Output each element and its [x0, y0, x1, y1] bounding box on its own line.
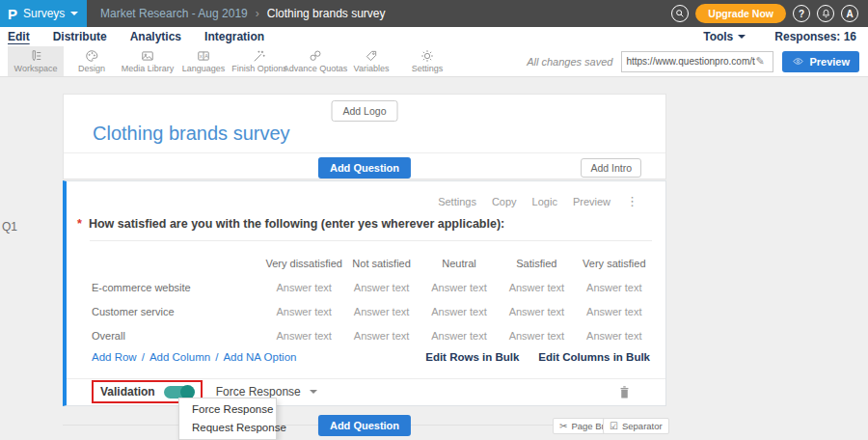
tab-analytics[interactable]: Analytics [130, 30, 181, 43]
breadcrumb-survey-name: Clothing brands survey [267, 7, 386, 20]
matrix-row-label[interactable]: Overall [92, 323, 265, 347]
add-na-option-link[interactable]: Add NA Option [223, 351, 296, 363]
edit-columns-bulk-link[interactable]: Edit Columns in Bulk [538, 351, 650, 363]
matrix-column-header[interactable]: Very dissatisfied [265, 251, 342, 275]
preview-label: Preview [809, 56, 850, 68]
matrix-answer-cell[interactable]: Answer text [576, 275, 653, 299]
topbar-actions: Upgrade Now ? A [671, 4, 868, 23]
separator-button[interactable]: ☑ Separator [603, 418, 669, 434]
matrix-column-header[interactable]: Not satisfied [342, 251, 420, 275]
validation-row: Validation Force Response [67, 378, 665, 405]
toolbar-item-label: Design [78, 64, 105, 73]
add-logo-button[interactable]: Add Logo [332, 100, 398, 122]
separator-label: Separator [622, 421, 663, 431]
matrix-row-label[interactable]: Customer service [92, 299, 265, 323]
tab-integration[interactable]: Integration [204, 30, 264, 43]
add-question-button-top[interactable]: Add Question [318, 157, 411, 179]
edit-url-icon[interactable]: ✎ [755, 55, 764, 68]
surveys-menu[interactable]: P Surveys [0, 0, 87, 27]
topbar: P Surveys Market Research - Aug 2019 › C… [0, 0, 868, 27]
chevron-down-icon [310, 390, 317, 394]
breadcrumb-folder[interactable]: Market Research - Aug 2019 [100, 7, 248, 20]
toolbar-item-media-library[interactable]: Media Library [120, 46, 176, 76]
matrix-answer-cell[interactable]: Answer text [265, 275, 342, 299]
question-copy-link[interactable]: Copy [492, 196, 517, 207]
matrix-answer-cell[interactable]: Answer text [342, 275, 420, 299]
advance-quotas-icon [309, 49, 322, 63]
question-text[interactable]: How satisfied are you with the following… [89, 217, 504, 231]
svg-text:A: A [204, 53, 208, 59]
questionpro-logo-icon: P [8, 6, 17, 22]
survey-card-footer: Add Question Add Intro [64, 152, 665, 179]
link-separator: / [142, 351, 145, 363]
toolbar-item-design[interactable]: Design [64, 46, 120, 76]
matrix-row-label[interactable]: E-commerce website [92, 275, 265, 299]
matrix-answer-cell[interactable]: Answer text [342, 299, 420, 323]
matrix-answer-cell[interactable]: Answer text [420, 323, 498, 347]
tab-distribute[interactable]: Distribute [53, 30, 107, 43]
matrix-answer-cell[interactable]: Answer text [498, 275, 575, 299]
account-avatar[interactable]: A [841, 5, 858, 22]
edit-rows-bulk-link[interactable]: Edit Rows in Bulk [425, 351, 519, 363]
matrix-column-header[interactable]: Very satisfied [576, 251, 653, 275]
survey-url-box: ✎ [621, 51, 773, 72]
question-settings-link[interactable]: Settings [438, 196, 476, 207]
add-row-link[interactable]: Add Row [92, 351, 137, 363]
toolbar-item-variables[interactable]: Variables [343, 46, 399, 76]
bell-icon [821, 9, 831, 19]
matrix-answer-cell[interactable]: Answer text [342, 323, 420, 347]
matrix-answer-cell[interactable]: Answer text [576, 299, 653, 323]
question-preview-link[interactable]: Preview [573, 196, 610, 207]
question-block-q1: Settings Copy Logic Preview ⋮ * How sati… [63, 180, 666, 406]
surveys-menu-label: Surveys [23, 7, 65, 20]
chevron-down-icon [70, 12, 78, 15]
add-column-link[interactable]: Add Column [149, 351, 210, 363]
validation-type-dropdown[interactable]: Force Response [216, 385, 317, 399]
matrix-answer-cell[interactable]: Answer text [265, 323, 342, 347]
search-button[interactable] [671, 5, 689, 22]
add-question-button-bottom[interactable]: Add Question [318, 415, 411, 436]
help-button[interactable]: ? [793, 5, 810, 22]
matrix-column-header[interactable]: Satisfied [498, 251, 575, 275]
menu-item-force-response[interactable]: Force Response [179, 400, 276, 419]
toolbar-item-label: Variables [354, 64, 390, 73]
more-options-icon[interactable]: ⋮ [626, 194, 638, 208]
toolbar-item-finish-options[interactable]: Finish Options [231, 46, 287, 76]
toolbar-item-languages[interactable]: xA Languages [176, 46, 231, 76]
survey-nav: Edit Distribute Analytics Integration To… [0, 27, 868, 46]
between-questions-row: Add Question ✂ Page Break ☑ Separator [63, 415, 666, 435]
tab-edit[interactable]: Edit [8, 30, 30, 43]
matrix-answer-cell[interactable]: Answer text [420, 275, 498, 299]
toolbar-item-label: Finish Options [231, 64, 287, 73]
matrix-edit-links: Add Row / Add Column / Add NA Option Edi… [92, 351, 650, 363]
matrix-table: Very dissatisfied Not satisfied Neutral … [92, 251, 653, 347]
toolbar-item-workspace[interactable]: Workspace [8, 46, 64, 76]
notifications-button[interactable] [817, 5, 834, 22]
survey-title[interactable]: Clothing brands survey [93, 123, 290, 145]
toolbar-item-settings[interactable]: Settings [399, 46, 455, 76]
question-actions: Settings Copy Logic Preview ⋮ [438, 194, 638, 208]
toolbar-item-label: Workspace [14, 64, 58, 73]
matrix-answer-cell[interactable]: Answer text [576, 323, 653, 347]
matrix-answer-cell[interactable]: Answer text [265, 299, 342, 323]
matrix-column-header[interactable]: Neutral [420, 251, 498, 275]
question-logic-link[interactable]: Logic [532, 196, 557, 207]
trash-icon [618, 385, 631, 399]
chevron-down-icon [738, 35, 746, 39]
tools-dropdown[interactable]: Tools [703, 30, 746, 43]
tools-label: Tools [703, 30, 733, 43]
upgrade-now-button[interactable]: Upgrade Now [695, 4, 786, 23]
matrix-answer-cell[interactable]: Answer text [420, 299, 498, 323]
toolbar-item-advance-quotas[interactable]: Advance Quotas [287, 46, 343, 76]
validation-toggle[interactable] [164, 386, 194, 399]
survey-url-input[interactable] [626, 56, 755, 67]
matrix-answer-cell[interactable]: Answer text [498, 299, 575, 323]
preview-button[interactable]: Preview [782, 51, 859, 72]
responses-count[interactable]: Responses: 16 [774, 30, 856, 43]
add-intro-button[interactable]: Add Intro [581, 158, 641, 178]
menu-item-request-response[interactable]: Request Response [179, 419, 276, 437]
matrix-answer-cell[interactable]: Answer text [498, 323, 575, 347]
delete-question-button[interactable] [618, 385, 631, 399]
media-library-icon [141, 49, 154, 63]
toolbar-item-label: Advance Quotas [284, 64, 348, 73]
